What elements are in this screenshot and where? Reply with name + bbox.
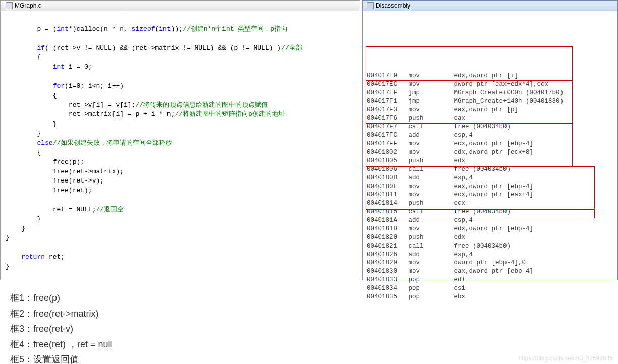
file-icon [6, 2, 13, 9]
disasm-line: 00401835 pop ebx [367, 293, 613, 301]
code-content[interactable]: p = (int*)calloc(n * n, sizeof(int));//创… [1, 11, 360, 276]
disasm-line: 00401821 call free (004034b0) [367, 242, 613, 251]
code-editor-panel: MGraph.c p = (int*)calloc(n * n, sizeof(… [0, 0, 360, 280]
disasm-line: 004017F7 call free (004034b0) [367, 123, 613, 131]
disasm-line: 00401811 mov ecx,dword ptr [eax+4] [367, 191, 613, 199]
disasm-line: 00401829 mov dword ptr [ebp-4],0 [367, 259, 613, 267]
disasm-line: 004017FF mov ecx,dword ptr [ebp-4] [367, 140, 613, 148]
disasm-line: 00401805 push edx [367, 157, 613, 165]
disassembly-panel: Disassembly 004017E9 mov edx,dword ptr [… [362, 0, 618, 280]
watermark: https://blog.csdn.net/m0_37599645 [519, 355, 613, 362]
disasm-line: 00401826 add esp,4 [367, 251, 613, 259]
disasm-line: 00401806 call free (004034b0) [367, 165, 613, 174]
disasm-line: 00401830 mov eax,dword ptr [ebp-4] [367, 267, 613, 276]
disasm-line: 0040181D mov edx,dword ptr [ebp-4] [367, 225, 613, 233]
code-tab-label: MGraph.c [15, 2, 41, 9]
disasm-line: 004017F6 push eax [367, 114, 613, 123]
disasm-line: 00401834 pop esi [367, 284, 613, 293]
disasm-line: 004017F1 jmp MGraph_Create+140h (0040183… [367, 97, 613, 106]
disassembly-content[interactable]: 004017E9 mov edx,dword ptr [i]004017EC m… [363, 11, 617, 302]
code-tab[interactable]: MGraph.c [1, 1, 360, 11]
annotation-line: 框4：free(ret) ，ret = null [10, 337, 608, 352]
annotation-line: 框3：free(ret-v) [10, 321, 608, 337]
disasm-line: 004017EF jmp MGraph_Create+0C0h (004017b… [367, 89, 613, 97]
disasm-line: 0040181A add esp,4 [367, 216, 613, 225]
disasm-line: 0040180E mov eax,dword ptr [ebp-4] [367, 183, 613, 191]
disassembly-title: Disassembly [376, 2, 410, 9]
annotation-line: 框2：free(ret->matrix) [10, 306, 608, 322]
disasm-line: 0040180B add esp,4 [367, 174, 613, 183]
disasm-line: 00401833 pop edi [367, 276, 613, 284]
disasm-line: 00401814 push ecx [367, 199, 613, 208]
disassembly-icon [367, 2, 374, 9]
disasm-line: 00401815 call free (004034b0) [367, 208, 613, 216]
disasm-line: 004017FC add esp,4 [367, 131, 613, 140]
disasm-line: 00401802 mov edx,dword ptr [ecx+8] [367, 148, 613, 157]
disasm-line: 00401820 push edx [367, 233, 613, 242]
disasm-line: 004017E9 mov edx,dword ptr [i] [367, 72, 613, 80]
disassembly-title-bar[interactable]: Disassembly [363, 1, 617, 11]
disasm-line: 004017F3 mov eax,dword ptr [p] [367, 106, 613, 114]
disasm-line: 004017EC mov dword ptr [eax+edx*4],ecx [367, 80, 613, 89]
